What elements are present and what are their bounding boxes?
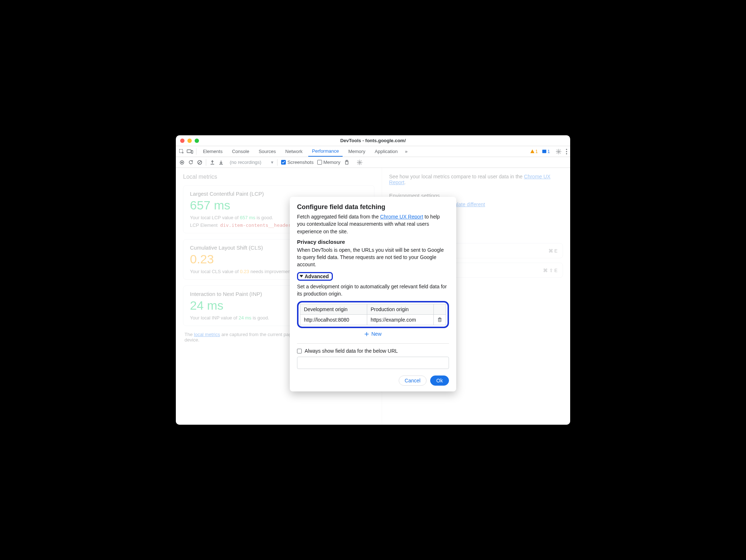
recordings-dropdown[interactable]: (no recordings) bbox=[227, 158, 267, 166]
divider bbox=[277, 159, 277, 166]
advanced-description: Set a development origin to automaticall… bbox=[297, 283, 449, 298]
tab-network[interactable]: Network bbox=[282, 146, 306, 157]
window-title: DevTools - fonts.google.com/ bbox=[176, 138, 570, 143]
svg-rect-3 bbox=[542, 150, 546, 153]
collect-garbage-icon[interactable] bbox=[344, 160, 349, 165]
svg-point-5 bbox=[566, 149, 567, 150]
table-row: Development origin Production origin bbox=[300, 304, 446, 315]
crux-link[interactable]: Chrome UX Report bbox=[380, 214, 423, 220]
svg-point-9 bbox=[181, 161, 183, 163]
tab-sources[interactable]: Sources bbox=[255, 146, 280, 157]
advanced-toggle[interactable]: Advanced bbox=[297, 272, 333, 281]
svg-rect-2 bbox=[191, 150, 193, 153]
always-show-label: Always show field data for the below URL bbox=[305, 348, 398, 354]
dialog-title: Configure field data fetching bbox=[297, 203, 449, 211]
upload-icon[interactable] bbox=[210, 160, 215, 165]
tab-application[interactable]: Application bbox=[371, 146, 402, 157]
prod-origin-cell[interactable]: https://example.com bbox=[367, 315, 433, 325]
new-label: New bbox=[371, 331, 381, 337]
performance-toolbar: (no recordings) ▾ Screenshots Memory bbox=[176, 157, 570, 168]
table-row: http://localhost:8080 https://example.co… bbox=[300, 315, 446, 325]
checkbox-checked-icon bbox=[281, 160, 286, 165]
record-icon[interactable] bbox=[179, 160, 185, 165]
configure-field-data-dialog: Configure field data fetching Fetch aggr… bbox=[290, 197, 456, 391]
svg-point-11 bbox=[359, 161, 360, 163]
tab-memory[interactable]: Memory bbox=[345, 146, 369, 157]
dialog-intro: Fetch aggregated field data from the Chr… bbox=[297, 213, 449, 235]
advanced-label: Advanced bbox=[305, 273, 329, 279]
svg-rect-1 bbox=[187, 150, 191, 153]
tab-elements[interactable]: Elements bbox=[199, 146, 226, 157]
screenshots-label: Screenshots bbox=[287, 160, 313, 165]
dev-origin-cell[interactable]: http://localhost:8080 bbox=[300, 315, 367, 325]
divider bbox=[196, 148, 196, 155]
svg-point-4 bbox=[558, 150, 559, 152]
plus-icon bbox=[364, 332, 369, 336]
col-dev-origin: Development origin bbox=[300, 304, 367, 315]
divider bbox=[297, 343, 449, 344]
warnings-count: 1 bbox=[535, 149, 538, 154]
override-url-input[interactable] bbox=[297, 357, 449, 369]
ok-button[interactable]: Ok bbox=[430, 376, 449, 386]
privacy-text: When DevTools is open, the URLs you visi… bbox=[297, 246, 449, 268]
inspect-icon[interactable] bbox=[179, 149, 185, 154]
trash-icon bbox=[437, 317, 442, 322]
tab-performance[interactable]: Performance bbox=[308, 146, 342, 157]
issues-count: 1 bbox=[547, 149, 550, 154]
col-actions bbox=[434, 304, 446, 315]
issues-badge[interactable]: 1 bbox=[542, 149, 550, 154]
modal-overlay: Configure field data fetching Fetch aggr… bbox=[176, 168, 570, 425]
clear-icon[interactable] bbox=[197, 160, 202, 165]
add-mapping-button[interactable]: New bbox=[297, 328, 449, 338]
memory-checkbox[interactable]: Memory bbox=[317, 160, 340, 165]
devtools-tabbar: Elements Console Sources Network Perform… bbox=[176, 146, 570, 157]
checkbox-icon bbox=[317, 160, 322, 165]
titlebar: DevTools - fonts.google.com/ bbox=[176, 135, 570, 146]
warnings-badge[interactable]: 1 bbox=[530, 149, 538, 154]
privacy-heading: Privacy disclosure bbox=[297, 239, 449, 245]
gear-icon[interactable] bbox=[357, 160, 363, 165]
tabs-overflow[interactable]: » bbox=[403, 146, 409, 157]
delete-row-button[interactable] bbox=[434, 315, 446, 325]
divider bbox=[206, 159, 206, 166]
reload-icon[interactable] bbox=[188, 160, 194, 165]
disclosure-triangle-icon bbox=[300, 275, 303, 277]
performance-content: Local metrics Largest Contentful Paint (… bbox=[176, 168, 570, 425]
cancel-button[interactable]: Cancel bbox=[399, 376, 427, 386]
origin-mapping-table: Development origin Production origin htt… bbox=[300, 304, 446, 325]
origin-mapping-highlight: Development origin Production origin htt… bbox=[297, 301, 449, 328]
tab-console[interactable]: Console bbox=[228, 146, 253, 157]
kebab-icon[interactable] bbox=[566, 149, 567, 154]
svg-point-7 bbox=[566, 153, 567, 154]
device-toolbar-icon[interactable] bbox=[187, 149, 193, 154]
dialog-actions: Cancel Ok bbox=[297, 376, 449, 386]
screenshots-checkbox[interactable]: Screenshots bbox=[281, 160, 313, 165]
svg-point-6 bbox=[566, 151, 567, 152]
download-icon[interactable] bbox=[219, 160, 224, 165]
memory-label: Memory bbox=[323, 160, 340, 165]
gear-icon[interactable] bbox=[556, 149, 561, 154]
devtools-window: DevTools - fonts.google.com/ Elements Co… bbox=[176, 135, 570, 425]
always-show-checkbox[interactable]: Always show field data for the below URL bbox=[297, 348, 449, 354]
checkbox-icon bbox=[297, 349, 302, 353]
col-prod-origin: Production origin bbox=[367, 304, 433, 315]
